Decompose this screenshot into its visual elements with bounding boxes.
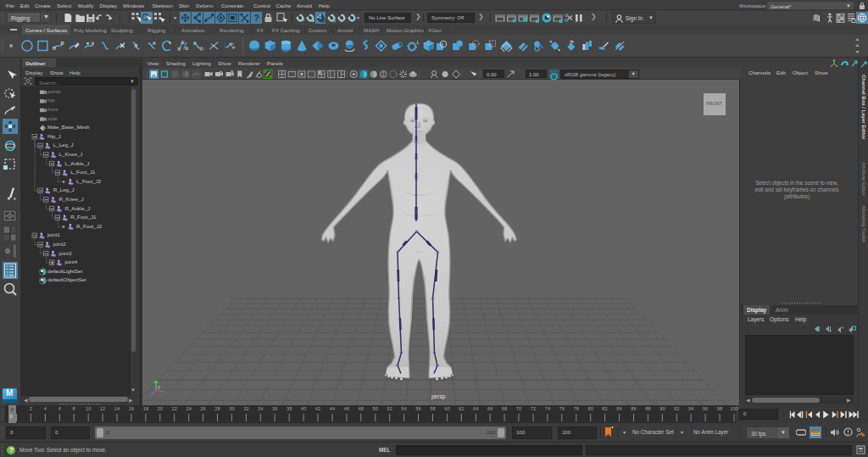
svg-text:1: 1 xyxy=(416,40,420,45)
svg-text:+: + xyxy=(13,195,17,203)
svg-text:y: y xyxy=(158,384,160,389)
svg-text:+: + xyxy=(841,325,844,331)
svg-text:+: + xyxy=(220,70,222,74)
svg-text:?: ? xyxy=(253,13,259,23)
